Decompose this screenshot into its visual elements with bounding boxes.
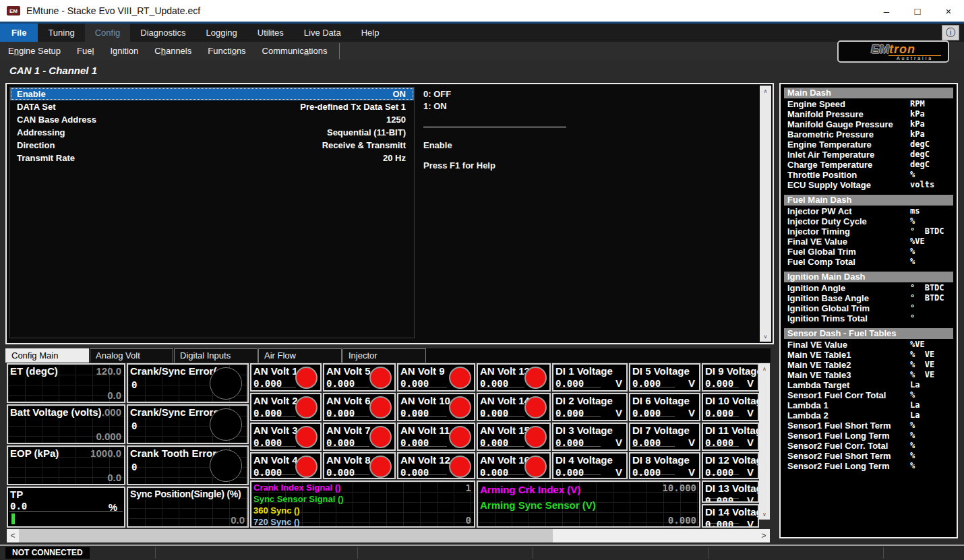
settings-row-enable[interactable]: EnableON — [10, 88, 414, 100]
gauge-an-volt-8[interactable]: AN Volt 80.000 — [323, 452, 396, 479]
gauge-an-volt-6[interactable]: AN Volt 60.000 — [323, 393, 396, 421]
settings-row-direction[interactable]: DirectionReceive & Transmitt — [10, 139, 414, 152]
gauge-di-3-voltage[interactable]: DI 3 Voltage0.000V — [552, 423, 628, 451]
gauge-di-11-voltage[interactable]: DI 11 Voltage0.000V — [702, 423, 759, 451]
gauge-an-volt-15[interactable]: AN Volt 150.000 — [477, 423, 551, 451]
menu-file[interactable]: File — [0, 24, 38, 42]
maximize-button[interactable]: □ — [902, 0, 933, 22]
menu-tuning[interactable]: Tuning — [38, 24, 84, 42]
dash-row-sensor2-fuel-short-term[interactable]: Sensor2 Fuel Short Term% — [784, 451, 953, 461]
dash-row-injector-timing[interactable]: Injector Timing° BTDC — [784, 226, 953, 237]
scroll-up-icon[interactable]: ∧ — [759, 363, 770, 374]
gauge-an-volt-11[interactable]: AN Volt 110.000 — [397, 423, 475, 451]
gauge-di-6-voltage[interactable]: DI 6 Voltage0.000V — [629, 393, 700, 421]
gauge-di-10-voltage[interactable]: DI 10 Voltage0.000V — [702, 393, 759, 421]
dash-row-lambda-2[interactable]: Lambda 2La — [784, 410, 953, 421]
submenu-communications[interactable]: Communications — [254, 42, 336, 61]
settings-scrollbar[interactable]: ∧ ∨ — [760, 86, 771, 342]
dash-row-fuel-comp-total[interactable]: Fuel Comp Total% — [784, 257, 953, 267]
settings-row-data-set[interactable]: DATA SetPre-defined Tx Data Set 1 — [10, 100, 414, 113]
scroll-right-icon[interactable]: > — [758, 529, 770, 542]
gauge-crank-sync-error-c[interactable]: Crank/Sync Error(c0 — [127, 363, 249, 403]
dash-row-sensor2-fuel-corr-total[interactable]: Sensor2 Fuel Corr. Total% — [784, 441, 953, 451]
settings-row-addressing[interactable]: AddressingSequential (11-BIT) — [10, 126, 414, 139]
gauge-an-volt-14[interactable]: AN Volt 140.000 — [477, 393, 551, 421]
info-button[interactable]: ⓘ — [942, 25, 959, 40]
dash-row-manifold-gauge-pressure[interactable]: Manifold Gauge PressurekPa — [784, 119, 953, 129]
gauge-di-1-voltage[interactable]: DI 1 Voltage0.000V — [552, 363, 628, 392]
dash-row-charge-temperature[interactable]: Charge TemperaturedegC — [784, 160, 953, 170]
dash-row-final-ve-value[interactable]: Final VE Value%VE — [784, 340, 953, 350]
gauge-an-volt-16[interactable]: AN Volt 160.000 — [477, 452, 551, 479]
dash-row-final-ve-value[interactable]: Final VE Value%VE — [784, 237, 953, 247]
gauge-vertical-scrollbar[interactable]: ∧ ∨ — [759, 363, 770, 520]
gauge-eop-kpa[interactable]: 1000.0EOP (kPa)0.0 — [7, 445, 125, 485]
gauge-di-7-voltage[interactable]: DI 7 Voltage0.000V — [629, 423, 700, 451]
gauge-an-volt-12[interactable]: AN Volt 120.000 — [397, 452, 475, 479]
tab-analog-volt[interactable]: Analog Volt — [90, 348, 173, 363]
menu-config[interactable]: Config — [85, 24, 131, 42]
submenu-ignition[interactable]: Ignition — [102, 42, 146, 61]
gauge-horizontal-scrollbar[interactable]: < > — [7, 529, 770, 542]
scrollbar-thumb[interactable] — [19, 529, 553, 542]
dash-row-sensor1-fuel-long-term[interactable]: Sensor1 Fuel Long Term% — [784, 431, 953, 441]
gauge-di-4-voltage[interactable]: DI 4 Voltage0.000V — [552, 452, 628, 479]
dash-row-injector-duty-cycle[interactable]: Injector Duty Cycle% — [784, 216, 953, 226]
dash-row-ignition-global-trim[interactable]: Ignition Global Trim° — [784, 303, 953, 313]
dash-row-throttle-position[interactable]: Throttle Position% — [784, 170, 953, 180]
gauge-sync-position-single[interactable]: Sync Position(Single) (%)0.0 — [127, 487, 249, 528]
dash-row-lambda-target[interactable]: Lambda TargetLa — [784, 380, 953, 390]
menu-logging[interactable]: Logging — [195, 24, 247, 42]
menu-utilites[interactable]: Utilites — [247, 24, 294, 42]
dash-row-sensor2-fuel-long-term[interactable]: Sensor2 Fuel Long Term% — [784, 461, 953, 471]
scroll-up-icon[interactable]: ∧ — [760, 86, 771, 96]
gauge-an-volt-1[interactable]: AN Volt 10.000 — [250, 363, 322, 392]
settings-row-can-base-address[interactable]: CAN Base Address1250 — [10, 113, 414, 126]
dash-row-sensor1-fuel-short-term[interactable]: Sensor1 Fuel Short Term% — [784, 421, 953, 431]
menu-live-data[interactable]: Live Data — [294, 24, 351, 42]
dash-row-sensor1-fuel-corr-total[interactable]: Sensor1 Fuel Corr Total% — [784, 390, 953, 400]
gauge-et-degc[interactable]: 120.0ET (degC)0.0 — [7, 363, 125, 403]
dash-row-injector-pw-act[interactable]: Injector PW Actms — [784, 206, 953, 216]
tab-air-flow[interactable]: Air Flow — [258, 348, 342, 363]
gauge-an-volt-7[interactable]: AN Volt 70.000 — [323, 423, 396, 451]
dash-row-ignition-base-angle[interactable]: Ignition Base Angle° BTDC — [784, 293, 953, 303]
gauge-di-14-voltage[interactable]: DI 14 Voltage0.000V — [702, 504, 759, 528]
minimize-button[interactable]: – — [871, 0, 902, 22]
gauge-an-volt-2[interactable]: AN Volt 20.000 — [250, 393, 322, 421]
dash-row-inlet-air-temperature[interactable]: Inlet Air TemperaturedegC — [784, 150, 953, 160]
gauge-di-12-voltage[interactable]: DI 12 Voltage0.000V — [702, 452, 759, 479]
scope-arming-levels[interactable]: Arming Crk Index (V)Arming Sync Sensor (… — [477, 480, 700, 528]
scroll-left-icon[interactable]: < — [7, 529, 19, 542]
tab-config-main[interactable]: Config Main — [5, 348, 89, 363]
gauge-batt-voltage-volts[interactable]: 15.000Batt Voltage (volts)0.000 — [7, 404, 125, 444]
menu-help[interactable]: Help — [351, 24, 390, 42]
dash-row-barometric-pressure[interactable]: Barometric PressurekPa — [784, 129, 953, 139]
gauge-tp[interactable]: TP0.0% — [7, 487, 125, 528]
dash-row-engine-temperature[interactable]: Engine TemperaturedegC — [784, 139, 953, 150]
dash-row-main-ve-table2[interactable]: Main VE Table2% VE — [784, 360, 953, 370]
scope-crank-sync-signals[interactable]: Crank Index Signal ()Sync Sensor Signal … — [250, 480, 475, 528]
gauge-di-9-voltage[interactable]: DI 9 Voltage0.000V — [702, 363, 759, 392]
scroll-down-icon[interactable]: ∨ — [759, 509, 770, 520]
gauge-an-volt-4[interactable]: AN Volt 40.000 — [250, 452, 322, 479]
gauge-di-5-voltage[interactable]: DI 5 Voltage0.000V — [629, 363, 700, 392]
gauge-di-8-voltage[interactable]: DI 8 Voltage0.000V — [629, 452, 700, 479]
submenu-channels[interactable]: Channels — [146, 42, 200, 61]
submenu-functions[interactable]: Functions — [200, 42, 253, 61]
submenu-engine-setup[interactable]: Engine Setup — [0, 42, 69, 61]
gauge-an-volt-5[interactable]: AN Volt 50.000 — [323, 363, 396, 392]
dash-row-main-ve-table3[interactable]: Main VE Table3% VE — [784, 370, 953, 380]
tab-injector[interactable]: Injector — [342, 348, 426, 363]
gauge-an-volt-9[interactable]: AN Volt 90.000 — [397, 363, 475, 392]
close-button[interactable]: × — [933, 0, 964, 22]
submenu-fuel[interactable]: Fuel — [69, 42, 102, 61]
gauge-an-volt-10[interactable]: AN Volt 100.000 — [397, 393, 475, 421]
dash-row-lambda-1[interactable]: Lambda 1La — [784, 400, 953, 410]
dash-row-main-ve-table1[interactable]: Main VE Table1% VE — [784, 350, 953, 360]
dash-row-ignition-trims-total[interactable]: Ignition Trims Total° — [784, 313, 953, 323]
tab-digital-inputs[interactable]: Digital Inputs — [174, 348, 258, 363]
dash-row-ecu-supply-voltage[interactable]: ECU Supply Voltagevolts — [784, 180, 953, 190]
menu-diagnostics[interactable]: Diagnostics — [130, 24, 195, 42]
dash-row-engine-speed[interactable]: Engine SpeedRPM — [784, 99, 953, 109]
